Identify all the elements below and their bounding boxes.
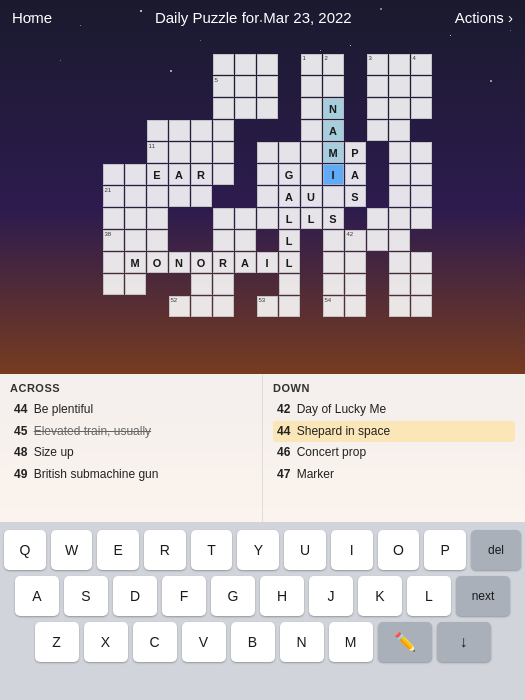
grid-cell[interactable] (411, 274, 432, 295)
grid-cell[interactable] (367, 120, 388, 141)
grid-cell[interactable] (257, 186, 278, 207)
grid-cell[interactable] (301, 142, 322, 163)
key-I[interactable]: I (331, 530, 373, 570)
key-V[interactable]: V (182, 622, 226, 662)
grid-cell[interactable]: L (279, 208, 300, 229)
grid-cell[interactable]: L (301, 208, 322, 229)
grid-cell[interactable]: R (191, 164, 212, 185)
grid-cell[interactable]: 3 (367, 54, 388, 75)
grid-cell[interactable]: R (213, 252, 234, 273)
grid-cell[interactable] (367, 76, 388, 97)
grid-cell[interactable] (257, 98, 278, 119)
key-D[interactable]: D (113, 576, 157, 616)
grid-cell[interactable] (257, 164, 278, 185)
grid-cell[interactable]: I (323, 164, 344, 185)
grid-cell[interactable] (323, 230, 344, 251)
grid-cell[interactable] (257, 76, 278, 97)
grid-cell[interactable] (389, 164, 410, 185)
grid-cell[interactable] (367, 208, 388, 229)
grid-cell[interactable]: N (169, 252, 190, 273)
grid-cell[interactable] (147, 120, 168, 141)
key-down-arrow[interactable]: ↓ (437, 622, 491, 662)
crossword-grid[interactable]: 12345NA11MPEARGIA21AUSLLS38L42MONORAIL52… (103, 49, 423, 359)
key-O[interactable]: O (378, 530, 420, 570)
grid-cell[interactable] (257, 54, 278, 75)
grid-cell[interactable] (147, 208, 168, 229)
grid-cell[interactable] (345, 252, 366, 273)
grid-cell[interactable] (125, 208, 146, 229)
grid-cell[interactable] (279, 142, 300, 163)
grid-cell[interactable] (147, 230, 168, 251)
key-U[interactable]: U (284, 530, 326, 570)
key-C[interactable]: C (133, 622, 177, 662)
grid-cell[interactable] (367, 98, 388, 119)
grid-cell[interactable] (323, 252, 344, 273)
grid-cell[interactable]: N (323, 98, 344, 119)
clue-down-47[interactable]: 47 Marker (273, 464, 515, 486)
grid-cell[interactable] (125, 274, 146, 295)
grid-cell[interactable] (301, 76, 322, 97)
grid-cell[interactable] (411, 186, 432, 207)
grid-cell[interactable]: A (235, 252, 256, 273)
grid-cell[interactable] (389, 252, 410, 273)
grid-cell[interactable] (125, 186, 146, 207)
key-S[interactable]: S (64, 576, 108, 616)
clue-across-49[interactable]: 49 British submachine gun (10, 464, 252, 486)
grid-cell[interactable] (411, 164, 432, 185)
grid-cell[interactable]: S (323, 208, 344, 229)
grid-cell[interactable]: L (279, 230, 300, 251)
grid-cell[interactable] (213, 296, 234, 317)
grid-cell[interactable]: E (147, 164, 168, 185)
grid-cell[interactable] (235, 76, 256, 97)
key-X[interactable]: X (84, 622, 128, 662)
grid-cell[interactable] (279, 296, 300, 317)
grid-cell[interactable] (213, 142, 234, 163)
grid-cell[interactable] (147, 186, 168, 207)
grid-cell[interactable] (235, 98, 256, 119)
grid-cell[interactable]: P (345, 142, 366, 163)
grid-cell[interactable]: 1 (301, 54, 322, 75)
grid-cell[interactable]: A (279, 186, 300, 207)
grid-cell[interactable]: 21 (103, 186, 124, 207)
grid-cell[interactable] (257, 142, 278, 163)
grid-cell[interactable] (301, 120, 322, 141)
key-B[interactable]: B (231, 622, 275, 662)
grid-cell[interactable] (389, 76, 410, 97)
key-W[interactable]: W (51, 530, 93, 570)
grid-cell[interactable]: O (191, 252, 212, 273)
grid-cell[interactable] (235, 208, 256, 229)
grid-cell[interactable] (323, 186, 344, 207)
grid-cell[interactable] (213, 54, 234, 75)
grid-cell[interactable]: M (323, 142, 344, 163)
grid-cell[interactable] (103, 274, 124, 295)
key-L[interactable]: L (407, 576, 451, 616)
grid-cell[interactable] (323, 76, 344, 97)
grid-cell[interactable] (191, 142, 212, 163)
key-E[interactable]: E (97, 530, 139, 570)
grid-cell[interactable] (191, 296, 212, 317)
grid-cell[interactable]: A (323, 120, 344, 141)
key-R[interactable]: R (144, 530, 186, 570)
grid-cell[interactable] (411, 296, 432, 317)
grid-cell[interactable] (345, 274, 366, 295)
grid-cell[interactable]: 11 (147, 142, 168, 163)
grid-cell[interactable] (213, 120, 234, 141)
clue-across-45[interactable]: 45 Elevated train, usually (10, 421, 252, 443)
key-N[interactable]: N (280, 622, 324, 662)
home-button[interactable]: Home (12, 9, 52, 26)
grid-cell[interactable] (103, 164, 124, 185)
key-T[interactable]: T (191, 530, 233, 570)
grid-cell[interactable] (169, 186, 190, 207)
grid-cell[interactable]: L (279, 252, 300, 273)
key-J[interactable]: J (309, 576, 353, 616)
key-K[interactable]: K (358, 576, 402, 616)
key-H[interactable]: H (260, 576, 304, 616)
grid-cell[interactable] (389, 142, 410, 163)
grid-cell[interactable] (103, 208, 124, 229)
key-pencil[interactable]: ✏️ (378, 622, 432, 662)
grid-cell[interactable] (191, 186, 212, 207)
key-del[interactable]: del (471, 530, 521, 570)
grid-cell[interactable]: U (301, 186, 322, 207)
grid-cell[interactable] (125, 164, 146, 185)
grid-cell[interactable] (367, 230, 388, 251)
